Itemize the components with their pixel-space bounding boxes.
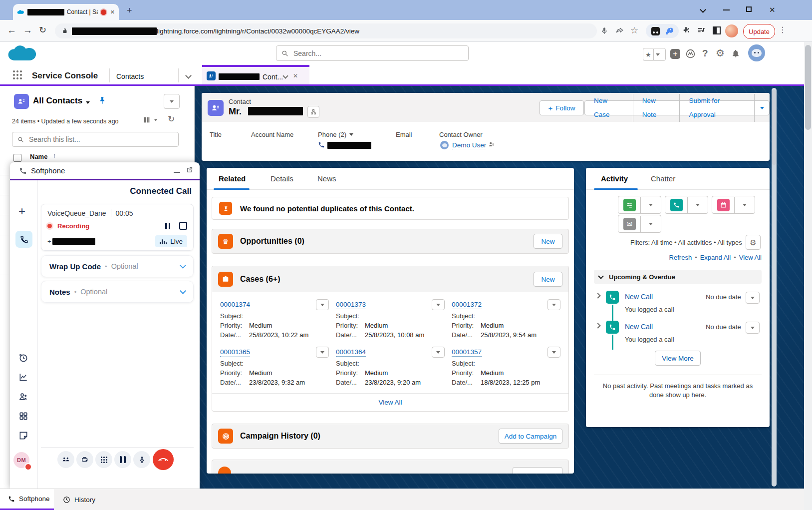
case-row-menu-button[interactable]: [316, 299, 329, 310]
console-scrollbar-thumb[interactable]: [772, 90, 776, 165]
timeline-item-title[interactable]: New Call: [625, 323, 653, 331]
browser-profile-avatar[interactable]: [725, 24, 738, 37]
case-row-menu-button[interactable]: [432, 347, 445, 358]
timeline-item-title[interactable]: New Call: [625, 293, 653, 301]
case-number-link[interactable]: 00001365: [220, 348, 250, 357]
cases-view-all-link[interactable]: View All: [378, 399, 402, 406]
upcoming-overdue-header[interactable]: Upcoming & Overdue: [594, 270, 762, 284]
owner-name-link[interactable]: Demo User: [452, 141, 486, 149]
softphone-popout-icon[interactable]: [186, 166, 193, 174]
phone-caret-icon[interactable]: [349, 133, 353, 136]
window-maximize-icon[interactable]: [746, 6, 752, 12]
share-icon[interactable]: [615, 26, 624, 35]
agent-avatar[interactable]: DM: [13, 452, 29, 468]
browser-tab[interactable]: Contact | Sal: [13, 4, 119, 20]
bookmark-star-icon[interactable]: [630, 26, 638, 35]
display-as-icon[interactable]: [143, 116, 151, 124]
wrapup-code-card[interactable]: Wrap Up Code Optional: [41, 255, 194, 277]
call-caret-button[interactable]: [688, 204, 708, 206]
tab-close-icon[interactable]: [110, 9, 115, 15]
list-view-controls-button[interactable]: [164, 94, 180, 109]
follow-button[interactable]: Follow: [540, 100, 584, 115]
phone-rail-item-active[interactable]: [15, 231, 32, 248]
browser-scrollbar-thumb[interactable]: [805, 45, 811, 130]
extension-icon-dark[interactable]: [651, 27, 660, 35]
change-owner-icon[interactable]: [488, 141, 495, 148]
notes-card[interactable]: Notes Optional: [41, 281, 194, 303]
favorites-caret-icon[interactable]: [656, 53, 660, 56]
task-caret-button[interactable]: [641, 204, 661, 206]
tab-details[interactable]: Details: [271, 174, 293, 183]
softphone-minimize-icon[interactable]: [174, 172, 180, 173]
window-close-icon[interactable]: [769, 6, 776, 13]
refresh-list-icon[interactable]: [168, 115, 175, 123]
row-checkbox[interactable]: [13, 154, 21, 162]
cases-new-button[interactable]: New: [534, 272, 562, 287]
view-all-link[interactable]: View All: [739, 254, 762, 261]
new-note-button[interactable]: New Note: [633, 94, 680, 122]
campaign-history-title[interactable]: Campaign History (0): [240, 432, 320, 441]
display-as-caret-icon[interactable]: [154, 119, 157, 121]
add-to-campaign-button[interactable]: Add to Campaign: [499, 429, 562, 444]
favorites-button-group[interactable]: [643, 48, 666, 61]
user-avatar[interactable]: [748, 44, 765, 61]
utility-history-item[interactable]: History: [56, 489, 102, 510]
case-row-menu-button[interactable]: [547, 347, 560, 358]
pause-recording-icon[interactable]: [165, 223, 170, 229]
event-caret-button[interactable]: [735, 204, 755, 206]
browser-menu-icon[interactable]: [779, 26, 787, 34]
global-search-box[interactable]: [276, 45, 469, 61]
quick-create-icon[interactable]: [670, 49, 680, 59]
back-button[interactable]: [7, 25, 16, 35]
next-related-section-partial[interactable]: [212, 460, 569, 474]
setup-gear-icon[interactable]: [716, 48, 725, 58]
pin-icon[interactable]: [98, 95, 107, 105]
section-collapse-icon[interactable]: [598, 273, 603, 279]
app-launcher-icon[interactable]: [13, 70, 15, 72]
tab-activity[interactable]: Activity: [601, 174, 628, 183]
new-case-button[interactable]: New Case: [585, 94, 633, 122]
transfer-call-button[interactable]: [57, 451, 74, 468]
workspace-tab-caret-icon[interactable]: [282, 73, 288, 78]
case-number-link[interactable]: 00001373: [336, 301, 366, 309]
mute-button[interactable]: [133, 451, 150, 468]
trailhead-icon[interactable]: [685, 48, 696, 59]
list-view-title[interactable]: All Contacts: [33, 96, 82, 106]
wrapup-chevron-icon[interactable]: [180, 262, 186, 269]
end-call-button[interactable]: [153, 449, 174, 470]
list-search-box[interactable]: [12, 132, 179, 147]
email-caret-button[interactable]: [641, 223, 661, 225]
case-row-menu-button[interactable]: [547, 299, 560, 310]
new-call-plus-icon[interactable]: [18, 205, 25, 217]
analytics-rail-icon[interactable]: [18, 372, 28, 382]
window-minimize-icon[interactable]: [723, 9, 730, 10]
update-button[interactable]: Update: [743, 24, 775, 39]
utility-softphone-item[interactable]: Softphone: [0, 489, 54, 510]
notes-rail-icon[interactable]: [18, 431, 28, 441]
list-search-input[interactable]: [28, 135, 170, 144]
case-number-link[interactable]: 00001372: [452, 301, 482, 309]
name-column-header[interactable]: Name: [30, 153, 47, 160]
cases-header[interactable]: Cases (6+) New: [212, 266, 568, 292]
more-actions-button[interactable]: [755, 101, 769, 115]
list-view-caret-icon[interactable]: [86, 101, 90, 104]
forward-button[interactable]: [23, 25, 32, 35]
view-more-button[interactable]: View More: [655, 351, 701, 366]
timeline-expand-icon[interactable]: [595, 323, 600, 328]
opportunities-title[interactable]: Opportunities (0): [240, 237, 304, 246]
new-tab-button[interactable]: [127, 6, 132, 15]
tab-news[interactable]: News: [317, 174, 336, 183]
apps-rail-icon[interactable]: [18, 411, 28, 421]
case-row-menu-button[interactable]: [316, 347, 329, 358]
timeline-expand-icon[interactable]: [595, 293, 600, 298]
tab-chatter[interactable]: Chatter: [651, 174, 675, 183]
opportunities-new-button[interactable]: New: [534, 234, 562, 249]
field-label-phone[interactable]: Phone (2): [318, 131, 353, 138]
notes-chevron-icon[interactable]: [180, 288, 186, 294]
case-number-link[interactable]: 00001374: [220, 301, 250, 309]
case-number-link[interactable]: 00001364: [336, 348, 366, 357]
expand-all-link[interactable]: Expand All: [700, 254, 731, 261]
cases-title[interactable]: Cases (6+): [240, 275, 280, 284]
activity-filter-gear-button[interactable]: [746, 235, 761, 250]
help-icon[interactable]: [702, 48, 708, 58]
